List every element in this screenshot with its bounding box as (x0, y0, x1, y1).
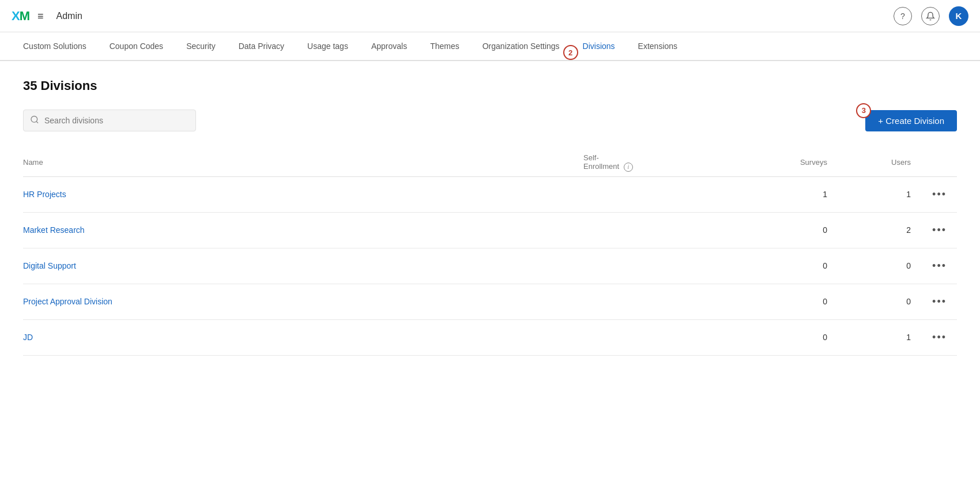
row-actions-button[interactable]: ••• (929, 259, 950, 273)
create-division-button[interactable]: + Create Division (865, 110, 957, 131)
col-header-surveys: Surveys (735, 149, 839, 176)
tab-data-privacy[interactable]: Data Privacy (227, 32, 296, 60)
search-wrapper (23, 110, 196, 131)
toolbar: 3 + Create Division (23, 110, 957, 131)
division-name-cell: JD (23, 319, 583, 355)
table-row: Project Approval Division 0 0 ••• (23, 284, 957, 319)
col-header-users: Users (839, 149, 922, 176)
hamburger-icon[interactable]: ≡ (37, 11, 44, 21)
actions-cell: ••• (922, 284, 957, 319)
col-header-self-enrollment: Self- Enrollment i (583, 149, 735, 176)
svg-line-1 (36, 122, 38, 123)
self-enrollment-info-icon[interactable]: i (624, 163, 633, 172)
self-enrollment-cell (583, 248, 735, 284)
tab-org-settings[interactable]: Organization Settings (471, 32, 571, 60)
divisions-table: Name Self- Enrollment i Surveys Users HR… (23, 149, 957, 356)
surveys-cell: 0 (735, 319, 839, 355)
main-content: 35 Divisions 3 + Create Division Name Se… (0, 61, 980, 373)
actions-cell: ••• (922, 176, 957, 212)
division-name-cell: Market Research (23, 212, 583, 248)
annotation-badge-3: 3 (856, 103, 871, 118)
xm-logo[interactable]: XM (12, 9, 29, 24)
division-name-cell: HR Projects (23, 176, 583, 212)
help-icon[interactable]: ? (894, 7, 912, 25)
division-name-link[interactable]: HR Projects (23, 190, 66, 199)
row-actions-button[interactable]: ••• (929, 187, 950, 202)
tab-custom-solutions[interactable]: Custom Solutions (12, 32, 98, 60)
row-actions-button[interactable]: ••• (929, 223, 950, 238)
table-row: JD 0 1 ••• (23, 319, 957, 355)
tab-extensions[interactable]: Extensions (627, 32, 689, 60)
tab-approvals[interactable]: Approvals (360, 32, 419, 60)
col-header-name: Name (23, 149, 583, 176)
table-row: Market Research 0 2 ••• (23, 212, 957, 248)
search-icon (30, 115, 39, 126)
surveys-cell: 0 (735, 284, 839, 319)
tab-org-settings-wrapper: Organization Settings 2 (471, 42, 571, 51)
self-enrollment-cell (583, 212, 735, 248)
division-name-link[interactable]: Digital Support (23, 261, 76, 270)
users-cell: 0 (839, 248, 922, 284)
tab-coupon-codes[interactable]: Coupon Codes (98, 32, 175, 60)
actions-cell: ••• (922, 319, 957, 355)
table-body: HR Projects 1 1 ••• Market Research 0 2 … (23, 176, 957, 355)
table-row: Digital Support 0 0 ••• (23, 248, 957, 284)
division-name-cell: Project Approval Division (23, 284, 583, 319)
app-title: Admin (56, 11, 82, 21)
nav-tabs: Custom Solutions Coupon Codes Security D… (0, 32, 980, 61)
tab-themes[interactable]: Themes (419, 32, 471, 60)
surveys-cell: 0 (735, 248, 839, 284)
users-cell: 2 (839, 212, 922, 248)
row-actions-button[interactable]: ••• (929, 295, 950, 309)
actions-cell: ••• (922, 212, 957, 248)
page-title: 35 Divisions (23, 78, 957, 93)
tab-security[interactable]: Security (175, 32, 227, 60)
division-name-link[interactable]: Market Research (23, 225, 85, 235)
table-row: HR Projects 1 1 ••• (23, 176, 957, 212)
division-name-cell: Digital Support (23, 248, 583, 284)
col-header-actions (922, 149, 957, 176)
surveys-cell: 0 (735, 212, 839, 248)
annotation-badge-2: 2 (563, 45, 578, 60)
topbar-right: ? K (894, 6, 968, 26)
topbar: XM ≡ Admin ? K (0, 0, 980, 32)
division-name-link[interactable]: Project Approval Division (23, 297, 112, 306)
row-actions-button[interactable]: ••• (929, 330, 950, 345)
self-enrollment-cell (583, 176, 735, 212)
surveys-cell: 1 (735, 176, 839, 212)
tab-usage-tags[interactable]: Usage tags (296, 32, 360, 60)
actions-cell: ••• (922, 248, 957, 284)
logo-area: XM ≡ Admin (12, 9, 82, 24)
search-input[interactable] (23, 110, 196, 131)
svg-point-0 (31, 116, 37, 123)
users-cell: 1 (839, 176, 922, 212)
self-enrollment-cell (583, 319, 735, 355)
self-enrollment-cell (583, 284, 735, 319)
create-btn-wrapper: 3 + Create Division (865, 110, 957, 131)
table-header: Name Self- Enrollment i Surveys Users (23, 149, 957, 176)
avatar[interactable]: K (949, 6, 968, 26)
users-cell: 0 (839, 284, 922, 319)
tab-divisions[interactable]: Divisions (571, 32, 627, 60)
users-cell: 1 (839, 319, 922, 355)
division-name-link[interactable]: JD (23, 333, 33, 342)
bell-icon[interactable] (921, 7, 940, 25)
